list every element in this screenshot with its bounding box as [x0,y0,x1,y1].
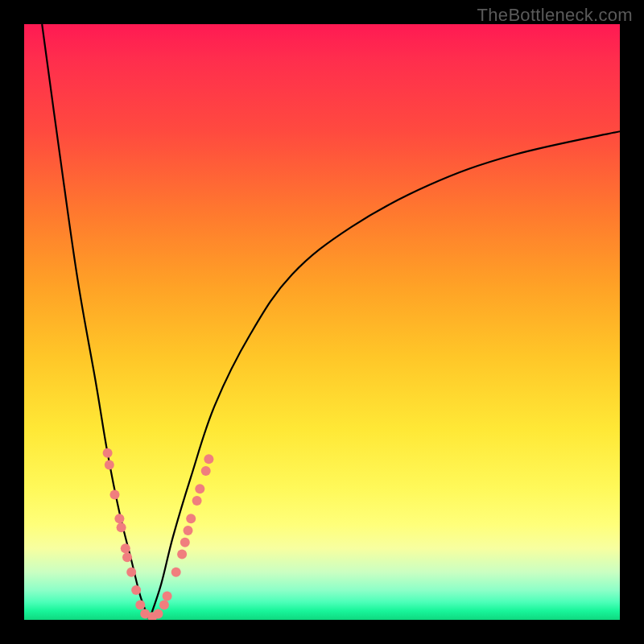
data-marker [103,448,113,458]
data-marker [114,514,124,523]
data-marker [109,490,119,500]
data-marker [204,454,213,464]
data-marker [177,550,187,559]
data-marker [201,466,211,476]
data-marker [135,601,145,610]
data-marker [171,568,181,577]
data-marker [105,460,114,470]
data-marker [121,543,130,553]
left-branch-curve [42,24,149,620]
data-marker [117,522,126,532]
data-marker [154,609,163,619]
data-marker [163,591,172,601]
right-branch-curve [149,131,620,620]
data-marker [180,538,190,547]
data-marker [195,484,204,493]
data-marker [122,552,132,562]
data-marker [159,601,169,610]
plot-area [24,24,620,620]
curve-layer [24,24,620,620]
data-marker [192,496,202,506]
data-marker [186,514,196,523]
data-marker [184,526,193,535]
data-marker [126,568,136,577]
data-marker [131,585,141,595]
watermark-text: TheBottleneck.com [477,5,633,26]
chart-frame: TheBottleneck.com [0,0,644,644]
